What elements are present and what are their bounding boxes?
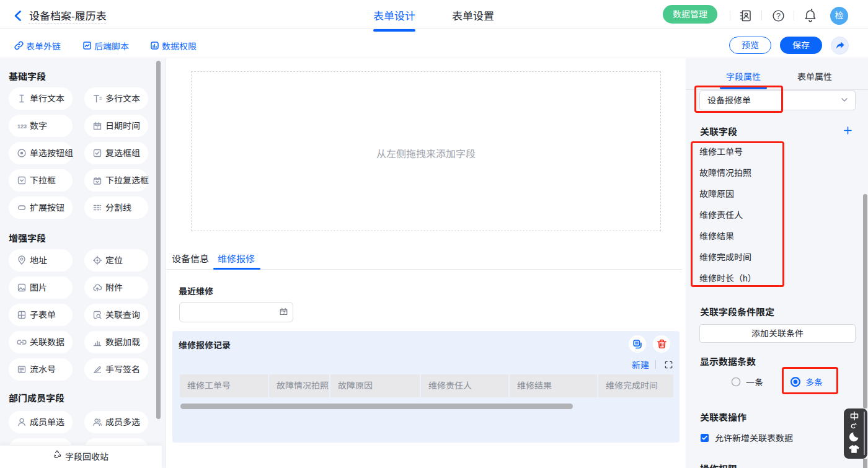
svg-text:7: 7 bbox=[283, 310, 285, 316]
svg-text:123: 123 bbox=[17, 123, 27, 130]
svg-text:7: 7 bbox=[96, 125, 99, 130]
svg-text:?: ? bbox=[776, 12, 781, 20]
